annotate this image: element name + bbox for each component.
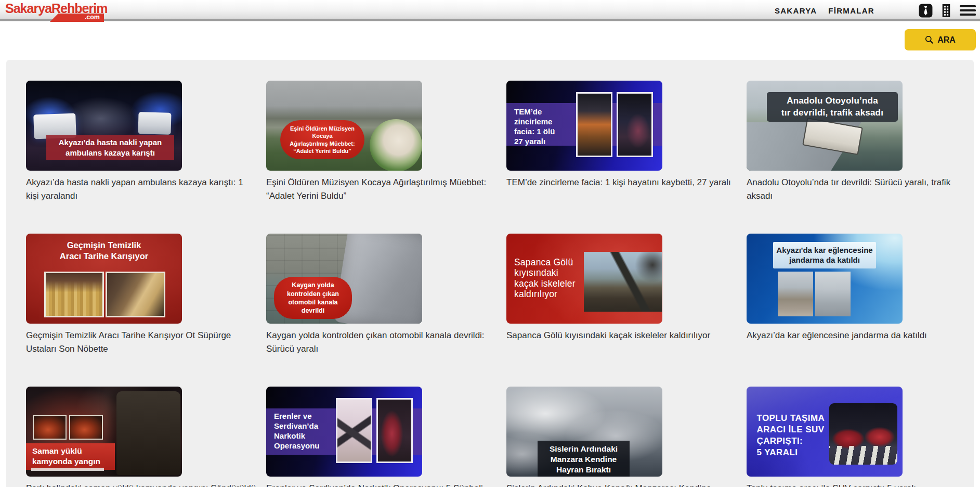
article-thumbnail[interactable]: Eşini Öldüren Müzisyen Kocaya Ağırlaştır… xyxy=(266,81,422,171)
tie-icon[interactable] xyxy=(919,4,933,18)
caption-line: kontrolden çıkan xyxy=(276,290,350,298)
article-card[interactable]: Akyazı’da hasta nakli yapan ambulans kaz… xyxy=(26,81,258,203)
thumbnail-caption: TEM’de zincirleme facia: 1 ölü 27 yaralı xyxy=(514,107,580,146)
caption-line: Manzara Kendine xyxy=(539,454,629,465)
caption-line: Eşini Öldüren Müzisyen Kocaya xyxy=(283,125,362,140)
thumbnail-caption: Akyazı'da kar eğlencesine jandarma da ka… xyxy=(773,242,876,269)
inset-photo xyxy=(69,415,103,440)
article-thumbnail[interactable]: Anadolu Otoyolu’nda tır devrildi, trafik… xyxy=(747,81,903,171)
article-title[interactable]: Anadolu Otoyolu’nda tır devrildi: Sürücü… xyxy=(747,176,974,203)
article-card[interactable]: Kaygan yolda kontrolden çıkan otomobil k… xyxy=(266,234,498,356)
top-nav: SAKARYA FİRMALAR xyxy=(775,0,976,21)
thumbnail-caption: Saman yüklü kamyonda yangın xyxy=(26,443,115,470)
caption-line: zincirleme xyxy=(514,117,580,126)
article-grid: Akyazı’da hasta nakli yapan ambulans kaz… xyxy=(26,81,974,487)
caption-line: Anadolu Otoyolu’nda xyxy=(768,95,897,107)
caption-line: otomobil kanala xyxy=(276,298,350,306)
building-icon[interactable] xyxy=(939,4,953,18)
article-title[interactable]: Akyazı’da kar eğlencesine jandarma da ka… xyxy=(747,329,974,342)
top-bar: SakaryaRehberim .com SAKARYA FİRMALAR xyxy=(0,0,980,21)
article-title[interactable]: Sislerin Ardındaki Kahve Konağı Manzaras… xyxy=(506,482,738,487)
article-thumbnail[interactable]: Akyazı’da hasta nakli yapan ambulans kaz… xyxy=(26,81,182,171)
search-icon xyxy=(925,35,934,44)
content-panel: Akyazı’da hasta nakli yapan ambulans kaz… xyxy=(6,60,974,487)
inset-photo xyxy=(376,398,413,463)
caption-line: Sislerin Ardındaki xyxy=(539,444,629,454)
article-title[interactable]: Park halindeki saman yüklü kamyonda yang… xyxy=(26,482,258,487)
caption-line: Akyazı’da hasta nakli yapan xyxy=(48,137,172,148)
article-card[interactable]: Eşini Öldüren Müzisyen Kocaya Ağırlaştır… xyxy=(266,81,498,203)
thumbnail-caption: Kaygan yolda kontrolden çıkan otomobil k… xyxy=(274,277,352,319)
thumbnail-caption: Sapanca Gölü kıyısındaki kaçak iskeleler… xyxy=(514,257,587,299)
article-thumbnail[interactable]: Sapanca Gölü kıyısındaki kaçak iskeleler… xyxy=(506,234,662,324)
article-thumbnail[interactable]: Sislerin Ardındaki Manzara Kendine Hayra… xyxy=(506,387,662,477)
article-title[interactable]: Eşini Öldüren Müzisyen Kocaya Ağırlaştır… xyxy=(266,176,498,203)
article-title[interactable]: Akyazı’da hasta nakli yapan ambulans kaz… xyxy=(26,176,258,203)
inset-photo xyxy=(576,92,612,157)
article-card[interactable]: Geçmişin Temizlik Aracı Tarihe Karışıyor… xyxy=(26,234,258,356)
article-thumbnail[interactable]: Saman yüklü kamyonda yangın xyxy=(26,387,182,477)
caption-line: Sapanca Gölü xyxy=(514,257,587,267)
caption-line: tır devrildi, trafik aksadı xyxy=(768,107,897,119)
thumbnail-caption: Anadolu Otoyolu’nda tır devrildi, trafik… xyxy=(767,92,898,121)
caption-line: 27 yaralı xyxy=(514,136,580,146)
nav-sakarya[interactable]: SAKARYA xyxy=(775,6,817,15)
inset-photo-circle xyxy=(370,119,422,171)
caption-line: kaçak iskeleler xyxy=(514,278,587,289)
inset-photo xyxy=(106,272,165,317)
caption-line: kaldırılıyor xyxy=(514,289,587,299)
inset-photo xyxy=(829,403,897,465)
caption-line: kıyısındaki xyxy=(514,267,587,278)
caption-line: Hayran Bıraktı xyxy=(539,465,629,475)
article-title[interactable]: Toplu taşıma aracı ile SUV çarpıştı: 5 y… xyxy=(747,482,974,487)
progress-strip xyxy=(31,468,104,471)
logo-com-badge: .com xyxy=(50,14,104,22)
article-thumbnail[interactable]: TEM’de zincirleme facia: 1 ölü 27 yaralı xyxy=(506,81,662,171)
article-title[interactable]: Erenler ve Serdivan’da Narkotik Operasyo… xyxy=(266,482,498,487)
caption-line: TOPLU TAŞIMA xyxy=(757,413,825,424)
article-card[interactable]: TEM’de zincirleme facia: 1 ölü 27 yaralı… xyxy=(506,81,738,203)
caption-line: ARACI İLE SUV xyxy=(757,424,825,435)
search-button[interactable]: ARA xyxy=(905,29,976,50)
article-thumbnail[interactable]: Erenler ve Serdivan’da Narkotik Operasyo… xyxy=(266,387,422,477)
caption-line: jandarma da katıldı xyxy=(774,255,875,265)
article-title[interactable]: Sapanca Gölü kıyısındaki kaçak iskeleler… xyxy=(506,329,738,342)
thumbnail-caption: Erenler ve Serdivan’da Narkotik Operasyo… xyxy=(274,411,339,451)
caption-line: Akyazı'da kar eğlencesine xyxy=(774,245,875,255)
caption-line: kamyonda yangın xyxy=(32,456,111,467)
caption-line: devrildi xyxy=(276,306,350,315)
inset-photo xyxy=(617,92,653,157)
site-logo[interactable]: SakaryaRehberim .com xyxy=(5,2,109,22)
caption-line: Serdivan’da xyxy=(274,421,339,431)
article-card[interactable]: Sislerin Ardındaki Manzara Kendine Hayra… xyxy=(506,387,738,487)
article-title[interactable]: Geçmişin Temizlik Aracı Tarihe Karışıyor… xyxy=(26,329,258,356)
caption-line: Aracı Tarihe Karışıyor xyxy=(32,251,176,262)
caption-line: Kaygan yolda xyxy=(276,281,350,289)
article-thumbnail[interactable]: Kaygan yolda kontrolden çıkan otomobil k… xyxy=(266,234,422,324)
inset-photo xyxy=(778,272,813,317)
menu-icon[interactable] xyxy=(960,4,976,17)
caption-line: Ağırlaştırılmış Müebbet: xyxy=(283,140,362,147)
article-thumbnail[interactable]: Akyazı'da kar eğlencesine jandarma da ka… xyxy=(747,234,903,324)
inset-photo xyxy=(584,252,662,312)
caption-line: ÇARPIŞTI: xyxy=(757,435,825,447)
article-card[interactable]: Akyazı'da kar eğlencesine jandarma da ka… xyxy=(747,234,974,356)
inset-photo xyxy=(815,272,851,317)
nav-firmalar[interactable]: FİRMALAR xyxy=(828,6,874,15)
article-card[interactable]: Sapanca Gölü kıyısındaki kaçak iskeleler… xyxy=(506,234,738,356)
caption-line: Narkotik xyxy=(274,431,339,441)
article-card[interactable]: Saman yüklü kamyonda yangın Park halinde… xyxy=(26,387,258,487)
caption-line: 5 YARALI xyxy=(757,447,825,458)
caption-line: Geçmişin Temizlik xyxy=(32,240,176,251)
logo-text: SakaryaRehberim xyxy=(5,2,105,15)
article-card[interactable]: TOPLU TAŞIMA ARACI İLE SUV ÇARPIŞTI: 5 Y… xyxy=(747,387,974,487)
inset-photo xyxy=(336,398,372,463)
article-title[interactable]: TEM’de zincirleme facia: 1 kişi hayatını… xyxy=(506,176,738,189)
caption-line: Saman yüklü xyxy=(32,446,111,456)
article-thumbnail[interactable]: Geçmişin Temizlik Aracı Tarihe Karışıyor xyxy=(26,234,182,324)
article-card[interactable]: Anadolu Otoyolu’nda tır devrildi, trafik… xyxy=(747,81,974,203)
article-card[interactable]: Erenler ve Serdivan’da Narkotik Operasyo… xyxy=(266,387,498,487)
article-thumbnail[interactable]: TOPLU TAŞIMA ARACI İLE SUV ÇARPIŞTI: 5 Y… xyxy=(747,387,903,477)
caption-line: “Adalet Yerini Buldu” xyxy=(283,147,362,155)
article-title[interactable]: Kaygan yolda kontrolden çıkan otomobil k… xyxy=(266,329,498,356)
